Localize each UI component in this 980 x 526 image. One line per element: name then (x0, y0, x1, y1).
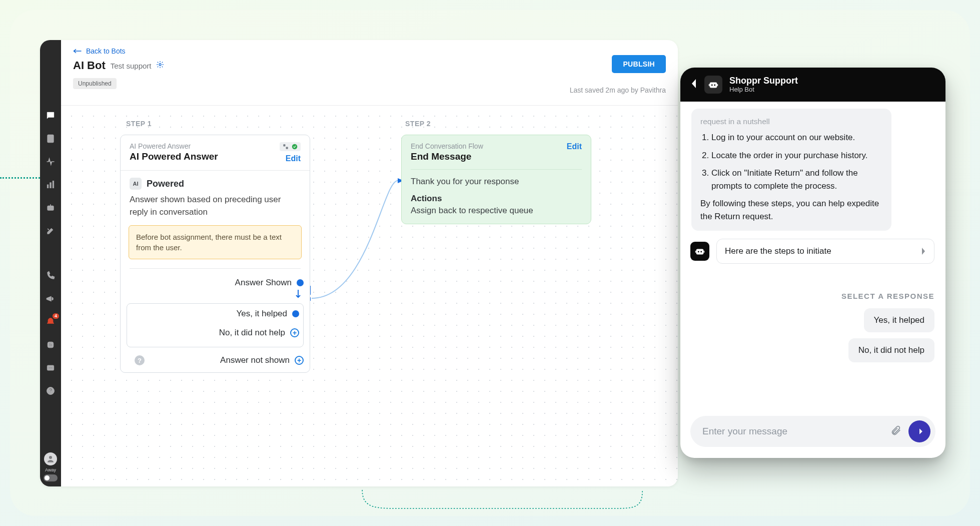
svg-rect-21 (710, 82, 717, 88)
user-avatar[interactable] (44, 452, 57, 465)
edit-node-link[interactable]: Edit (286, 154, 301, 163)
left-sidebar: 4 h ? Away (40, 40, 61, 486)
megaphone-icon[interactable] (45, 293, 56, 304)
svg-point-22 (711, 84, 713, 86)
svg-point-12 (52, 367, 53, 368)
node-title: AI Powered Answer (130, 151, 218, 162)
port-yes-helped[interactable]: Yes, it helped (127, 309, 303, 324)
help-icon[interactable]: ? (45, 385, 56, 396)
port-dot-icon (297, 279, 304, 286)
bot-builder-panel: 4 h ? Away Back to Bots AI Bot (40, 40, 678, 486)
bell-icon[interactable]: 4 (45, 316, 56, 327)
response-no-button[interactable]: No, it did not help (848, 338, 934, 362)
response-section-label: SELECT A RESPONSE (841, 292, 934, 300)
svg-text:?: ? (49, 388, 52, 393)
attachment-icon[interactable] (890, 425, 901, 438)
edit-node-link[interactable]: Edit (567, 142, 582, 151)
svg-point-6 (52, 208, 53, 209)
help-hint-icon[interactable]: ? (135, 355, 145, 365)
presence-label: Away (45, 467, 56, 472)
status-chip: Unpublished (73, 78, 117, 89)
svg-point-23 (714, 84, 715, 86)
actions-label: Actions (411, 194, 582, 204)
svg-rect-29 (695, 251, 696, 253)
app-icon[interactable]: h (45, 339, 56, 350)
svg-rect-24 (709, 84, 710, 86)
port-not-shown[interactable]: Answer not shown + (220, 355, 304, 365)
svg-point-15 (49, 456, 52, 459)
bubble-footer: By following these steps, you can help e… (700, 197, 882, 223)
presence-toggle[interactable] (44, 474, 58, 481)
chat-title: Shoppr Support (729, 76, 798, 86)
svg-point-28 (700, 251, 702, 253)
port-dot-icon (292, 310, 299, 317)
bot-icon[interactable] (45, 202, 56, 213)
svg-rect-30 (703, 251, 704, 253)
chat-input-bar (690, 416, 935, 447)
ai-answer-node[interactable]: AI Powered Answer AI Powered Answer Edit… (120, 135, 310, 373)
step2-label: STEP 2 (405, 120, 431, 128)
chat-icon[interactable] (45, 110, 56, 121)
powered-label: Powered (147, 179, 184, 189)
svg-point-27 (698, 251, 699, 253)
svg-point-20 (292, 144, 298, 150)
bot-subtitle: Test support (111, 62, 152, 70)
end-conversation-node[interactable]: End Conversation Flow End Message Edit T… (401, 135, 591, 224)
add-branch-icon[interactable]: + (290, 328, 299, 337)
suggestion-pill[interactable]: Here are the steps to initiate (716, 239, 934, 264)
svg-rect-19 (286, 147, 288, 149)
warning-banner: Before bot assignment, there must be a t… (129, 225, 302, 259)
node-title: End Message (411, 151, 483, 162)
settings-gear-icon[interactable] (156, 61, 164, 71)
chat-subtitle: Help Bot (729, 86, 798, 93)
svg-rect-1 (47, 185, 49, 188)
bubble-cutoff-text: request in a nutshell (700, 116, 882, 127)
notification-badge: 4 (53, 313, 59, 319)
svg-rect-25 (717, 84, 718, 86)
chat-back-icon[interactable] (690, 78, 697, 91)
end-message-text: Thank you for your response (411, 177, 582, 187)
chat-widget: Shoppr Support Help Bot request in a nut… (680, 68, 945, 458)
svg-text:h: h (49, 342, 52, 347)
activity-icon[interactable] (45, 156, 56, 167)
chat-text-input[interactable] (702, 426, 883, 437)
svg-point-10 (49, 367, 50, 368)
bot-title: AI Bot (73, 59, 106, 72)
port-no-help[interactable]: No, it did not help + (127, 328, 303, 343)
bot-avatar-icon (690, 242, 709, 261)
svg-point-5 (49, 208, 50, 209)
back-label: Back to Bots (86, 47, 126, 55)
tools-icon[interactable] (45, 225, 56, 236)
svg-rect-2 (50, 183, 52, 188)
publish-button[interactable]: PUBLSIH (612, 55, 666, 73)
ai-badge-icon: AI (130, 178, 142, 190)
bot-message-bubble: request in a nutshell Log in to your acc… (691, 109, 891, 231)
node-description: Answer shown based on preceding user rep… (121, 190, 310, 218)
bot-avatar-icon (704, 76, 722, 94)
analytics-icon[interactable] (45, 179, 56, 190)
node-status-icons (280, 142, 301, 151)
svg-point-16 (159, 64, 161, 66)
svg-rect-3 (53, 181, 54, 188)
phone-icon[interactable] (45, 270, 56, 281)
svg-rect-18 (283, 144, 285, 146)
last-saved-text: Last saved 2m ago by Pavithra (570, 86, 666, 94)
response-yes-button[interactable]: Yes, it helped (864, 308, 934, 332)
back-to-bots-link[interactable]: Back to Bots (73, 47, 126, 55)
step-item: Click on "Initiate Return" and follow th… (711, 167, 882, 192)
svg-rect-26 (696, 249, 704, 255)
svg-point-11 (50, 367, 51, 368)
message-icon[interactable] (45, 362, 56, 373)
node-mini-title: AI Powered Answer (130, 142, 218, 150)
send-button[interactable] (908, 420, 930, 442)
flow-canvas[interactable]: STEP 1 STEP 2 AI Powered Answer AI Power… (61, 105, 678, 486)
step1-label: STEP 1 (126, 120, 152, 128)
action-text: Assign back to respective queue (411, 206, 582, 216)
add-branch-icon[interactable]: + (295, 356, 304, 365)
doc-icon[interactable] (45, 133, 56, 144)
step-item: Log in to your account on our website. (711, 131, 882, 144)
step-item: Locate the order in your purchase histor… (711, 149, 882, 162)
node-mini-title: End Conversation Flow (411, 142, 483, 150)
